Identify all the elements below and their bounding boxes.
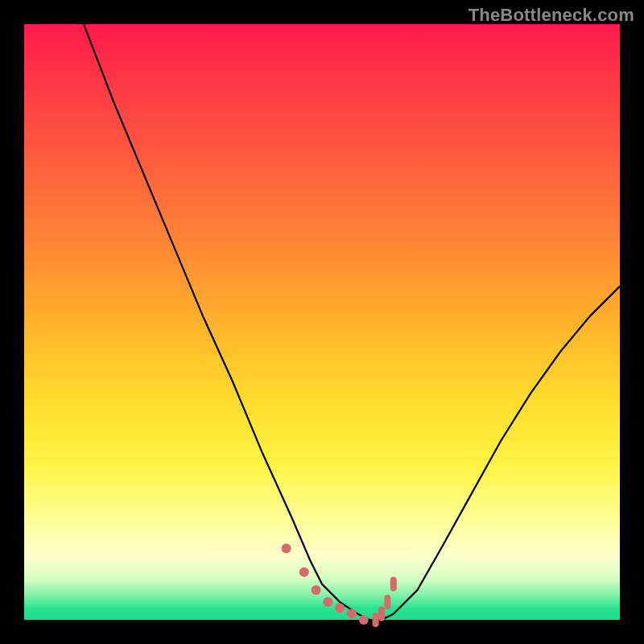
trough-marker <box>312 585 321 595</box>
trough-marker <box>299 568 309 577</box>
trough-marker <box>373 613 379 627</box>
trough-marker <box>347 609 357 619</box>
curve-layer <box>24 24 620 620</box>
trough-marker <box>378 607 385 621</box>
trough-marker <box>282 543 291 553</box>
trough-marker <box>390 577 397 592</box>
trough-marker <box>359 615 369 625</box>
trough-marker <box>384 595 390 609</box>
trough-marker <box>323 597 332 607</box>
trough-markers <box>282 543 397 627</box>
bottleneck-curve <box>84 24 620 620</box>
watermark-text: TheBottleneck.com <box>469 5 634 26</box>
chart-frame: TheBottleneck.com <box>0 0 644 644</box>
trough-marker <box>335 603 345 613</box>
